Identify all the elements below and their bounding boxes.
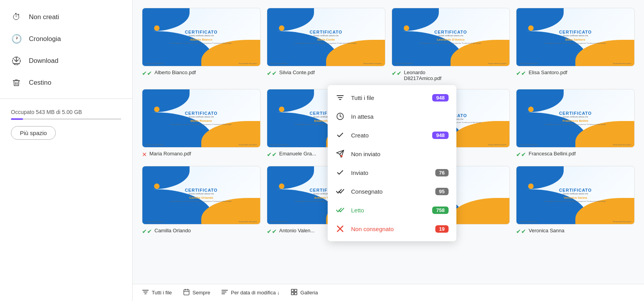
status-double-check-icon: ✔✔: [516, 70, 526, 77]
dropdown-item-non-consegnato[interactable]: Non consegnato 19: [328, 219, 456, 238]
file-label: ✔✔ Silvia Conte.pdf: [267, 69, 385, 77]
bottom-bar-filter[interactable]: Tutti i file: [142, 289, 172, 297]
dropdown-item-label: Non inviato: [351, 151, 380, 157]
file-label: ✔✔ Francesca Bellini.pdf: [516, 151, 635, 158]
status-double-check-icon: ✔✔: [267, 151, 277, 158]
file-name: Silvia Conte.pdf: [279, 69, 315, 75]
bottom-bar-view[interactable]: Galleria: [291, 289, 318, 297]
sidebar-item-label: Cestino: [29, 79, 51, 87]
dropdown-item-label: In attesa: [351, 113, 374, 120]
dropdown-item-inviato[interactable]: Inviato 76: [328, 163, 456, 182]
file-card[interactable]: CERTIFICATO Questo certificato attesta c…: [267, 8, 385, 81]
divider: [0, 98, 132, 99]
dropdown-item-label: Inviato: [351, 169, 368, 176]
file-card[interactable]: CERTIFICATO Questo certificato attesta c…: [516, 89, 635, 158]
filter-icon: [335, 93, 345, 102]
file-thumbnail: CERTIFICATO Questo certificato attesta c…: [142, 8, 261, 66]
svg-rect-14: [184, 290, 189, 295]
storage-section: Occupato 543 MB di 5.00 GB Più spazio: [0, 103, 132, 145]
dropdown-item-label: Letto: [351, 207, 364, 214]
trash-icon: [11, 77, 22, 88]
dropdown-item-label: Consegnato: [351, 188, 383, 195]
bottom-bar-view-label: Galleria: [300, 290, 318, 296]
status-double-check-icon: ✔✔: [142, 70, 152, 77]
file-name: Maria Romano.pdf: [149, 151, 191, 157]
sidebar-item-download[interactable]: Download: [0, 50, 126, 72]
status-cross-icon: ✕: [142, 151, 147, 158]
badge: 948: [432, 132, 449, 139]
status-double-check-icon: ✔✔: [516, 151, 526, 158]
bottom-bar-sort[interactable]: Per data di modifica ↓: [221, 289, 280, 297]
more-space-button[interactable]: Più spazio: [11, 126, 56, 140]
file-card[interactable]: CERTIFICATO Questo certificato attesta c…: [142, 89, 261, 158]
dropdown-item-letto[interactable]: Letto 758: [328, 201, 456, 219]
bottom-bar: Tutti i file Sempre Per dat: [133, 284, 644, 301]
file-thumbnail: CERTIFICATO Questo certificato attesta c…: [392, 8, 510, 66]
calendar-icon: [183, 289, 190, 297]
file-thumbnail: CERTIFICATO Questo certificato attesta c…: [142, 166, 261, 224]
clock-icon: ⏱: [11, 12, 22, 23]
dropdown-item-label: Creato: [351, 132, 369, 139]
status-double-check-icon: ✔✔: [516, 228, 526, 235]
download-icon: [11, 55, 22, 66]
double-check-icon: [335, 187, 345, 196]
sidebar-item-non-creati[interactable]: ⏱ Non creati: [0, 6, 126, 28]
storage-bar-fill: [11, 118, 23, 120]
status-double-check-icon: ✔✔: [267, 70, 277, 77]
bottom-bar-filter-label: Tutti i file: [152, 290, 172, 296]
file-label: ✕ Maria Romano.pdf: [142, 151, 261, 158]
check-icon: [335, 130, 345, 140]
svg-rect-21: [291, 289, 294, 291]
file-card[interactable]: CERTIFICATO Questo certificato attesta c…: [392, 8, 510, 81]
main-content: CERTIFICATO Questo certificato attesta c…: [133, 0, 644, 301]
grid-icon: [291, 289, 298, 297]
file-name: Veronica Sanna: [529, 228, 564, 233]
sidebar-item-cestino[interactable]: Cestino: [0, 72, 126, 94]
file-card[interactable]: CERTIFICATO Questo certificato attesta c…: [142, 8, 261, 81]
bottom-bar-calendar[interactable]: Sempre: [183, 289, 211, 297]
file-label: ✔✔ Elisa Santoro.pdf: [516, 69, 635, 77]
file-name: Camilla Orlando: [154, 228, 191, 233]
dropdown-item-tutti-file[interactable]: Tutti i file 948: [328, 88, 456, 107]
file-label: ✔✔ Camilla Orlando: [142, 228, 261, 235]
dropdown-item-in-attesa[interactable]: In attesa: [328, 107, 456, 126]
file-name: Alberto Bianco.pdf: [154, 69, 196, 75]
dropdown-item-non-inviato[interactable]: Non inviato: [328, 144, 456, 163]
svg-rect-23: [291, 292, 294, 294]
file-thumbnail: CERTIFICATO Questo certificato attesta c…: [516, 166, 635, 224]
badge: 19: [435, 225, 449, 233]
file-name: LeonardoD8217Amico.pdf: [404, 69, 442, 81]
status-double-check-icon: ✔✔: [267, 228, 277, 235]
file-card[interactable]: CERTIFICATO Questo certificato attesta c…: [516, 166, 635, 235]
file-label: ✔✔ LeonardoD8217Amico.pdf: [392, 69, 510, 81]
dropdown-item-label: Non consegnato: [351, 226, 394, 232]
file-name: Francesca Bellini.pdf: [529, 151, 576, 157]
file-name: Elisa Santoro.pdf: [529, 69, 567, 75]
file-card[interactable]: CERTIFICATO Questo certificato attesta c…: [142, 166, 261, 235]
filter-dropdown: Tutti i file 948 In attesa: [328, 85, 456, 241]
status-double-check-icon: ✔✔: [142, 228, 152, 235]
sidebar-item-label: Non creati: [29, 13, 59, 21]
send-x-icon: [335, 149, 345, 159]
sidebar-item-cronologia[interactable]: 🕐 Cronologia: [0, 28, 126, 50]
filter-icon: [142, 289, 149, 297]
dropdown-item-consegnato[interactable]: Consegnato 95: [328, 182, 456, 201]
bottom-bar-calendar-label: Sempre: [193, 290, 211, 296]
storage-text: Occupato 543 MB di 5.00 GB: [11, 109, 121, 115]
cross-icon: [335, 224, 345, 233]
file-label: ✔✔ Veronica Sanna: [516, 228, 635, 235]
file-name: Emanuele Gra...: [279, 151, 316, 157]
sort-icon: [221, 289, 228, 297]
file-thumbnail: CERTIFICATO Questo certificato attesta c…: [516, 89, 635, 148]
dropdown-item-creato[interactable]: Creato 948: [328, 126, 456, 144]
file-name: Antonio Valen...: [279, 228, 315, 233]
dropdown-item-label: Tutti i file: [351, 94, 374, 101]
file-thumbnail: CERTIFICATO Questo certificato attesta c…: [267, 8, 385, 66]
file-thumbnail: CERTIFICATO Questo certificato attesta c…: [142, 89, 261, 148]
sidebar-item-label: Download: [29, 57, 59, 65]
file-card[interactable]: CERTIFICATO Questo certificato attesta c…: [516, 8, 635, 81]
file-label: ✔✔ Alberto Bianco.pdf: [142, 69, 261, 77]
check-icon: [335, 168, 345, 177]
history-icon: 🕐: [11, 34, 22, 45]
sidebar-item-label: Cronologia: [29, 35, 61, 43]
